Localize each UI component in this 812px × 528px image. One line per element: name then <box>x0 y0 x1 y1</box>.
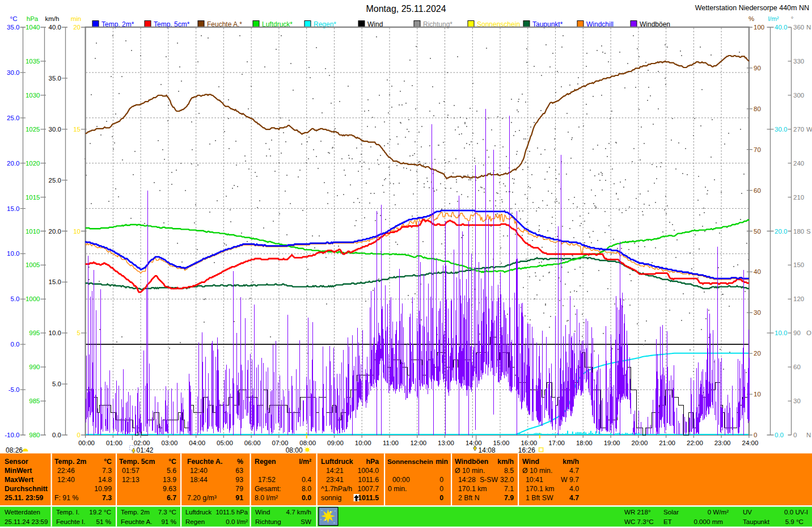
svg-text:19.2 °C: 19.2 °C <box>89 508 111 516</box>
svg-text:%: % <box>237 458 243 466</box>
svg-text:10.0: 10.0 <box>7 250 19 257</box>
svg-text:9.63: 9.63 <box>163 485 176 493</box>
svg-text:-10.0: -10.0 <box>5 432 19 438</box>
svg-text:23:00: 23:00 <box>714 440 731 446</box>
svg-text:Temp. I.: Temp. I. <box>56 508 79 516</box>
svg-text:16:26: 16:26 <box>518 446 535 454</box>
svg-text:90: 90 <box>793 330 801 336</box>
svg-text:Durchschnitt: Durchschnitt <box>5 485 48 493</box>
svg-text:Windböen: Windböen <box>455 458 488 466</box>
svg-text:60: 60 <box>793 364 801 370</box>
svg-text:03:00: 03:00 <box>162 440 178 446</box>
svg-text:01:57: 01:57 <box>122 467 139 475</box>
svg-text:0.0: 0.0 <box>11 341 20 348</box>
svg-text:4.0: 4.0 <box>569 485 579 493</box>
svg-text:40.0: 40.0 <box>775 24 787 31</box>
svg-text:N: N <box>806 432 811 438</box>
svg-text:15: 15 <box>73 126 81 133</box>
svg-text:180: 180 <box>793 228 804 235</box>
svg-text:0.0 l/m²: 0.0 l/m² <box>226 518 248 525</box>
svg-text:120: 120 <box>793 295 804 302</box>
svg-text:1004.0: 1004.0 <box>357 467 379 475</box>
svg-text:25.0: 25.0 <box>49 177 61 184</box>
svg-text:35.0: 35.0 <box>7 24 19 31</box>
svg-text:UV: UV <box>743 508 752 516</box>
svg-text:80: 80 <box>754 105 761 112</box>
svg-text:02:00: 02:00 <box>134 440 150 446</box>
svg-text:0: 0 <box>77 432 81 438</box>
svg-text:Temp. 5cm: Temp. 5cm <box>119 458 155 466</box>
svg-text:1000: 1000 <box>26 295 40 302</box>
svg-text:08:26: 08:26 <box>6 446 23 454</box>
svg-text:Sonnenschein: Sonnenschein <box>387 458 433 466</box>
svg-text:18:00: 18:00 <box>576 440 593 446</box>
svg-text:Wind: Wind <box>522 458 539 466</box>
svg-text:00:00: 00:00 <box>78 440 95 446</box>
svg-text:km/h: km/h <box>497 458 514 466</box>
svg-text:Montag, 25.11.2024: Montag, 25.11.2024 <box>366 4 446 14</box>
svg-text:2 Bft N: 2 Bft N <box>458 494 480 502</box>
svg-text:24:00: 24:00 <box>742 440 759 446</box>
svg-text:hPa: hPa <box>27 15 39 22</box>
svg-text:Wetterdaten: Wetterdaten <box>5 508 40 516</box>
svg-text:7.9: 7.9 <box>504 494 514 502</box>
svg-text:270: 270 <box>793 126 804 133</box>
svg-text:12:00: 12:00 <box>410 440 426 446</box>
svg-text:30: 30 <box>793 398 801 404</box>
svg-text:4.7: 4.7 <box>569 467 579 475</box>
svg-text:Regen: Regen <box>255 458 276 466</box>
svg-text:S-SW: S-SW <box>480 476 498 484</box>
svg-text:10:00: 10:00 <box>355 440 371 446</box>
svg-text:Wind: Wind <box>255 508 270 516</box>
svg-text:Feuchte A.: Feuchte A. <box>187 458 222 466</box>
svg-text:8.5: 8.5 <box>504 467 514 475</box>
svg-text:7.20 g/m³: 7.20 g/m³ <box>187 494 217 502</box>
svg-text:O: O <box>806 330 811 336</box>
svg-text:1025: 1025 <box>26 126 40 133</box>
svg-text:1020: 1020 <box>26 160 40 167</box>
svg-text:08:00: 08:00 <box>286 446 303 454</box>
svg-text:Temp. 2m: Temp. 2m <box>121 508 150 516</box>
svg-text:l/m²: l/m² <box>768 15 779 22</box>
svg-text:30.0: 30.0 <box>775 126 787 133</box>
svg-text:Temp. 2m: Temp. 2m <box>54 458 87 466</box>
svg-text:70: 70 <box>754 146 761 153</box>
svg-text:Regen: Regen <box>185 518 205 525</box>
svg-text:11:00: 11:00 <box>383 440 399 446</box>
svg-text:Wetterstation Niedersorpe 440m: Wetterstation Niedersorpe 440m NN <box>695 4 809 12</box>
svg-text:15.0: 15.0 <box>7 205 19 212</box>
svg-text:50: 50 <box>754 228 761 235</box>
svg-text:Ø 10 min.: Ø 10 min. <box>455 467 485 475</box>
svg-text:5.0: 5.0 <box>11 295 20 302</box>
svg-text:12:40: 12:40 <box>57 476 75 484</box>
svg-text:15:00: 15:00 <box>493 440 510 446</box>
svg-text:1011.5 hPa: 1011.5 hPa <box>216 509 248 516</box>
svg-text:10.99: 10.99 <box>94 485 112 493</box>
svg-text:05:00: 05:00 <box>217 440 233 446</box>
svg-text:25.0: 25.0 <box>7 115 19 121</box>
svg-text:12:40: 12:40 <box>190 467 208 475</box>
svg-text:17:52: 17:52 <box>258 476 276 484</box>
svg-text:Richtung: Richtung <box>255 518 281 525</box>
svg-text:980: 980 <box>29 432 40 438</box>
svg-text:240: 240 <box>793 160 804 167</box>
svg-text:1011.6: 1011.6 <box>358 476 379 484</box>
svg-text:5.0: 5.0 <box>52 381 61 387</box>
svg-text:5: 5 <box>77 330 81 336</box>
svg-text:5.6: 5.6 <box>167 467 176 475</box>
svg-text:1 Bft SW: 1 Bft SW <box>526 494 553 502</box>
svg-text:1007.7: 1007.7 <box>357 485 379 493</box>
svg-text:14:00: 14:00 <box>466 440 482 446</box>
svg-text:91: 91 <box>235 494 243 502</box>
svg-text:21:00: 21:00 <box>659 440 675 446</box>
svg-text:25.11. 23:59: 25.11. 23:59 <box>5 494 44 502</box>
svg-text:Gesamt:: Gesamt: <box>255 485 281 493</box>
svg-text:SW: SW <box>301 518 311 525</box>
svg-text:7.3: 7.3 <box>102 467 112 475</box>
svg-text:22:00: 22:00 <box>687 440 703 446</box>
svg-text:07:00: 07:00 <box>272 440 289 446</box>
svg-text:4.7: 4.7 <box>569 494 579 502</box>
svg-text:32.0: 32.0 <box>500 476 514 484</box>
svg-text:01:42: 01:42 <box>137 446 154 454</box>
svg-text:0: 0 <box>793 432 797 438</box>
